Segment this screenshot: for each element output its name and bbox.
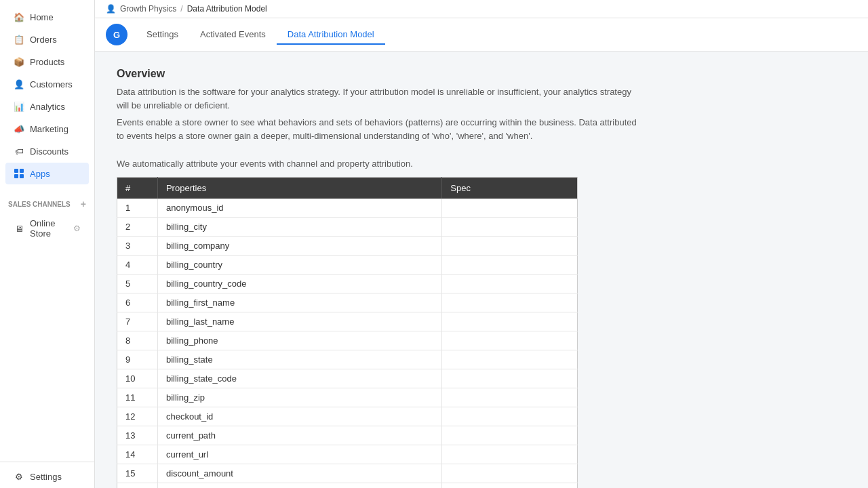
cell-num: 10 bbox=[117, 369, 158, 388]
cell-num: 16 bbox=[117, 483, 158, 489]
sidebar-item-apps[interactable]: Apps bbox=[5, 163, 89, 184]
cell-spec bbox=[442, 483, 578, 489]
cell-property: discount_code bbox=[157, 483, 441, 489]
cell-num: 8 bbox=[117, 331, 158, 350]
properties-table: # Properties Spec 1 anonymous_id 2 billi… bbox=[117, 177, 578, 488]
sidebar-item-analytics[interactable]: 📊 Analytics bbox=[5, 96, 89, 117]
table-row: 9 billing_state bbox=[117, 350, 578, 369]
cell-num: 13 bbox=[117, 426, 158, 445]
sidebar-item-customers[interactable]: 👤 Customers bbox=[5, 73, 89, 95]
cell-spec bbox=[442, 331, 578, 350]
cell-spec bbox=[442, 199, 578, 218]
cell-property: current_path bbox=[157, 426, 441, 445]
table-header-row: # Properties Spec bbox=[117, 178, 578, 199]
svg-rect-2 bbox=[14, 174, 18, 178]
home-icon: 🏠 bbox=[14, 12, 24, 22]
cell-spec bbox=[442, 312, 578, 331]
cell-num: 3 bbox=[117, 237, 158, 256]
overview-title: Overview bbox=[117, 68, 846, 80]
sidebar-item-online-store[interactable]: 🖥 Online Store ⚙ bbox=[5, 213, 89, 244]
cell-property: discount_amount bbox=[157, 464, 441, 483]
sidebar-item-orders[interactable]: 📋 Orders bbox=[5, 28, 89, 50]
cell-spec bbox=[442, 369, 578, 388]
cell-spec bbox=[442, 293, 578, 312]
tab-data-attribution-model[interactable]: Data Attribution Model bbox=[277, 25, 385, 45]
apps-icon bbox=[14, 168, 24, 179]
customers-icon: 👤 bbox=[14, 79, 24, 89]
discounts-icon: 🏷 bbox=[14, 146, 24, 157]
svg-rect-3 bbox=[20, 174, 24, 178]
sidebar-item-settings[interactable]: ⚙ Settings bbox=[5, 466, 89, 487]
sales-channels-section: SALES CHANNELS + bbox=[0, 190, 94, 212]
column-header-spec: Spec bbox=[442, 178, 578, 199]
table-row: 4 billing_country bbox=[117, 256, 578, 274]
app-tabs: Settings Activated Events Data Attributi… bbox=[136, 25, 385, 45]
sidebar-item-marketing[interactable]: 📣 Marketing bbox=[5, 118, 89, 140]
svg-rect-1 bbox=[20, 169, 24, 173]
table-row: 15 discount_amount bbox=[117, 464, 578, 483]
tab-activated-events[interactable]: Activated Events bbox=[189, 25, 277, 45]
cell-property: billing_country_code bbox=[157, 274, 441, 293]
table-row: 8 billing_phone bbox=[117, 331, 578, 350]
cell-spec bbox=[442, 350, 578, 369]
online-store-options-icon[interactable]: ⚙ bbox=[73, 224, 81, 233]
cell-property: billing_country bbox=[157, 256, 441, 274]
breadcrumb-current: Data Attribution Model bbox=[187, 4, 267, 14]
table-row: 11 billing_zip bbox=[117, 388, 578, 407]
main-content: 👤 Growth Physics / Data Attribution Mode… bbox=[95, 0, 868, 488]
app-logo: G bbox=[106, 24, 127, 45]
analytics-icon: 📊 bbox=[14, 101, 24, 112]
cell-property: billing_company bbox=[157, 237, 441, 256]
sidebar-item-discounts[interactable]: 🏷 Discounts bbox=[5, 140, 89, 162]
cell-property: billing_phone bbox=[157, 331, 441, 350]
table-row: 13 current_path bbox=[117, 426, 578, 445]
cell-spec bbox=[442, 445, 578, 464]
cell-spec bbox=[442, 388, 578, 407]
table-row: 1 anonymous_id bbox=[117, 199, 578, 218]
cell-num: 5 bbox=[117, 274, 158, 293]
tab-settings[interactable]: Settings bbox=[136, 25, 189, 45]
sidebar-item-products[interactable]: 📦 Products bbox=[5, 51, 89, 73]
table-row: 6 billing_first_name bbox=[117, 293, 578, 312]
table-row: 5 billing_country_code bbox=[117, 274, 578, 293]
cell-num: 9 bbox=[117, 350, 158, 369]
sidebar-item-home[interactable]: 🏠 Home bbox=[5, 6, 89, 28]
cell-spec bbox=[442, 426, 578, 445]
cell-spec bbox=[442, 274, 578, 293]
svg-text:G: G bbox=[113, 30, 120, 40]
cell-num: 12 bbox=[117, 407, 158, 426]
add-sales-channel-icon[interactable]: + bbox=[81, 199, 86, 209]
table-row: 12 checkout_id bbox=[117, 407, 578, 426]
marketing-icon: 📣 bbox=[14, 123, 24, 134]
topbar: 👤 Growth Physics / Data Attribution Mode… bbox=[95, 0, 868, 18]
cell-spec bbox=[442, 464, 578, 483]
cell-property: billing_zip bbox=[157, 388, 441, 407]
table-row: 16 discount_code bbox=[117, 483, 578, 489]
cell-property: billing_first_name bbox=[157, 293, 441, 312]
cell-num: 1 bbox=[117, 199, 158, 218]
cell-spec bbox=[442, 256, 578, 274]
attribution-note: We automatically attribute your events w… bbox=[117, 159, 846, 169]
cell-property: billing_state bbox=[157, 350, 441, 369]
column-header-properties: Properties bbox=[157, 178, 441, 199]
table-row: 10 billing_state_code bbox=[117, 369, 578, 388]
cell-num: 2 bbox=[117, 218, 158, 237]
cell-property: current_url bbox=[157, 445, 441, 464]
cell-spec bbox=[442, 407, 578, 426]
cell-num: 4 bbox=[117, 256, 158, 274]
cell-num: 15 bbox=[117, 464, 158, 483]
cell-property: billing_last_name bbox=[157, 312, 441, 331]
content-area: Overview Data attribution is the softwar… bbox=[95, 52, 868, 488]
overview-paragraph-1: Data attribution is the software for you… bbox=[117, 85, 646, 112]
products-icon: 📦 bbox=[14, 56, 24, 67]
cell-property: billing_state_code bbox=[157, 369, 441, 388]
table-body: 1 anonymous_id 2 billing_city 3 billing_… bbox=[117, 199, 578, 488]
cell-property: checkout_id bbox=[157, 407, 441, 426]
settings-icon: ⚙ bbox=[14, 471, 24, 482]
cell-property: billing_city bbox=[157, 218, 441, 237]
svg-rect-0 bbox=[14, 169, 18, 173]
overview-paragraph-2: Events enable a store owner to see what … bbox=[117, 116, 646, 142]
cell-spec bbox=[442, 218, 578, 237]
breadcrumb-link[interactable]: Growth Physics bbox=[120, 4, 176, 14]
topbar-user-icon: 👤 bbox=[106, 4, 116, 14]
